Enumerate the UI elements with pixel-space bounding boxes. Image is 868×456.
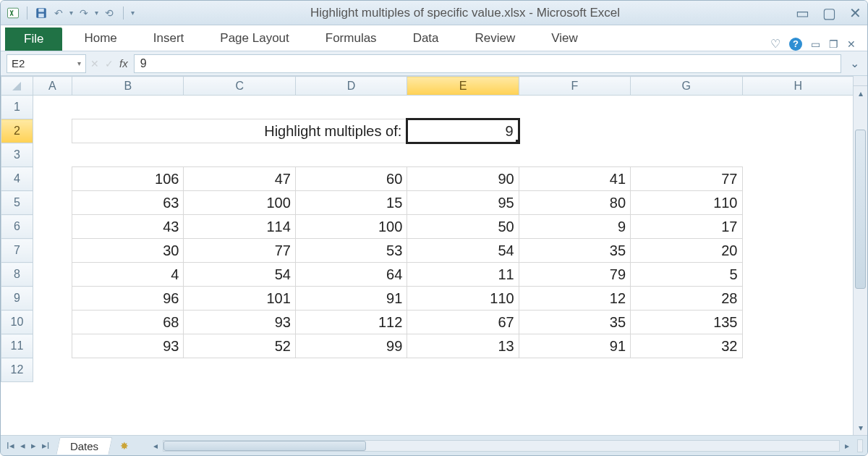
cell-C11[interactable]: 52 [184, 334, 295, 358]
cell-C8[interactable]: 54 [184, 263, 295, 287]
scroll-right-icon[interactable]: ▸ [840, 441, 854, 451]
cell-H1[interactable] [742, 96, 853, 119]
cell-F2[interactable] [519, 119, 630, 143]
tab-home[interactable]: Home [69, 26, 131, 51]
cell-A5[interactable] [33, 191, 72, 215]
cell-A7[interactable] [33, 239, 72, 263]
name-box-dropdown-icon[interactable]: ▾ [77, 59, 81, 67]
formula-input[interactable]: 9 [134, 54, 841, 73]
cell-H8[interactable] [742, 263, 853, 287]
cell-F7[interactable]: 35 [519, 239, 630, 263]
repeat-icon[interactable]: ⟲ [103, 7, 116, 20]
cell-F11[interactable]: 91 [519, 334, 630, 358]
cells-grid[interactable]: A B C D E F G H 12Highlight multiples of… [1, 76, 853, 382]
cell-F3[interactable] [519, 143, 630, 167]
cell-G10[interactable]: 135 [631, 311, 742, 334]
cell-A2[interactable] [33, 119, 72, 143]
cell-A6[interactable] [33, 215, 72, 239]
cell-F10[interactable]: 35 [519, 311, 630, 334]
undo-icon[interactable]: ↶ [52, 7, 65, 20]
sheet-tab-dates[interactable]: Dates [56, 437, 113, 455]
row-header-8[interactable]: 8 [1, 263, 33, 287]
vscroll-thumb[interactable] [855, 130, 866, 289]
worksheet[interactable]: A B C D E F G H 12Highlight multiples of… [1, 76, 853, 435]
row-header-4[interactable]: 4 [1, 167, 33, 191]
cell-G4[interactable]: 77 [631, 167, 742, 191]
row-header-11[interactable]: 11 [1, 334, 33, 358]
name-box[interactable]: E2 ▾ [7, 54, 86, 73]
formula-bar-expand-icon[interactable]: ⌄ [847, 56, 861, 70]
cell-F12[interactable] [519, 358, 630, 382]
cell-H9[interactable] [742, 287, 853, 311]
cell-G6[interactable]: 17 [631, 215, 742, 239]
tab-data[interactable]: Data [399, 26, 454, 51]
col-header-E[interactable]: E [407, 77, 519, 96]
cell-D4[interactable]: 60 [295, 167, 407, 191]
cell-A12[interactable] [33, 358, 72, 382]
cell-E9[interactable]: 110 [407, 287, 519, 311]
new-sheet-icon[interactable]: ✸ [115, 439, 134, 453]
cell-A9[interactable] [33, 287, 72, 311]
tab-view[interactable]: View [537, 26, 592, 51]
row-header-10[interactable]: 10 [1, 311, 33, 334]
cell-B4[interactable]: 106 [72, 167, 184, 191]
cell-F1[interactable] [519, 96, 630, 119]
cell-C9[interactable]: 101 [184, 287, 295, 311]
cell-D5[interactable]: 15 [295, 191, 407, 215]
cell-F8[interactable]: 79 [519, 263, 630, 287]
help-icon[interactable]: ? [789, 38, 802, 51]
col-header-D[interactable]: D [295, 77, 407, 96]
cell-B9[interactable]: 96 [72, 287, 184, 311]
cell-B1[interactable] [72, 96, 184, 119]
row-header-9[interactable]: 9 [1, 287, 33, 311]
file-tab[interactable]: File [5, 28, 62, 51]
cell-H7[interactable] [742, 239, 853, 263]
cell-D12[interactable] [295, 358, 407, 382]
cell-B11[interactable]: 93 [72, 334, 184, 358]
cell-D6[interactable]: 100 [295, 215, 407, 239]
cell-A11[interactable] [33, 334, 72, 358]
cell-E5[interactable]: 95 [407, 191, 519, 215]
close-button[interactable]: ✕ [849, 6, 861, 20]
cell-E8[interactable]: 11 [407, 263, 519, 287]
tab-first-icon[interactable]: I◂ [5, 440, 16, 451]
cell-H5[interactable] [742, 191, 853, 215]
cell-E2[interactable]: 9 [407, 119, 519, 143]
col-header-C[interactable]: C [184, 77, 295, 96]
cell-H10[interactable] [742, 311, 853, 334]
cell-G12[interactable] [631, 358, 742, 382]
hscroll-track[interactable] [163, 440, 840, 452]
cell-E6[interactable]: 50 [407, 215, 519, 239]
vscroll-track[interactable] [854, 101, 867, 421]
row-header-6[interactable]: 6 [1, 215, 33, 239]
row-header-3[interactable]: 3 [1, 143, 33, 167]
cell-H12[interactable] [742, 358, 853, 382]
cell-C6[interactable]: 114 [184, 215, 295, 239]
cell-H2[interactable] [742, 119, 853, 143]
vertical-scrollbar[interactable]: ▴ ▾ [853, 76, 867, 435]
col-header-B[interactable]: B [72, 77, 184, 96]
cell-D1[interactable] [295, 96, 407, 119]
tab-prev-icon[interactable]: ◂ [19, 440, 27, 451]
cell-C5[interactable]: 100 [184, 191, 295, 215]
save-icon[interactable] [35, 7, 48, 20]
row-header-2[interactable]: 2 [1, 119, 33, 143]
cell-H11[interactable] [742, 334, 853, 358]
cell-C1[interactable] [184, 96, 295, 119]
cell-A8[interactable] [33, 263, 72, 287]
tab-formulas[interactable]: Formulas [311, 26, 391, 51]
split-handle-right[interactable] [857, 439, 863, 452]
row-header-5[interactable]: 5 [1, 191, 33, 215]
cell-G11[interactable]: 32 [631, 334, 742, 358]
cell-B10[interactable]: 68 [72, 311, 184, 334]
tab-review[interactable]: Review [461, 26, 530, 51]
scroll-up-icon[interactable]: ▴ [854, 86, 867, 101]
fx-icon[interactable]: fx [119, 57, 128, 69]
cell-C7[interactable]: 77 [184, 239, 295, 263]
col-header-A[interactable]: A [33, 77, 72, 96]
cell-G9[interactable]: 28 [631, 287, 742, 311]
cell-D9[interactable]: 91 [295, 287, 407, 311]
scroll-down-icon[interactable]: ▾ [854, 421, 867, 435]
workbook-minimize-icon[interactable]: ▭ [811, 38, 820, 50]
tab-insert[interactable]: Insert [139, 26, 199, 51]
